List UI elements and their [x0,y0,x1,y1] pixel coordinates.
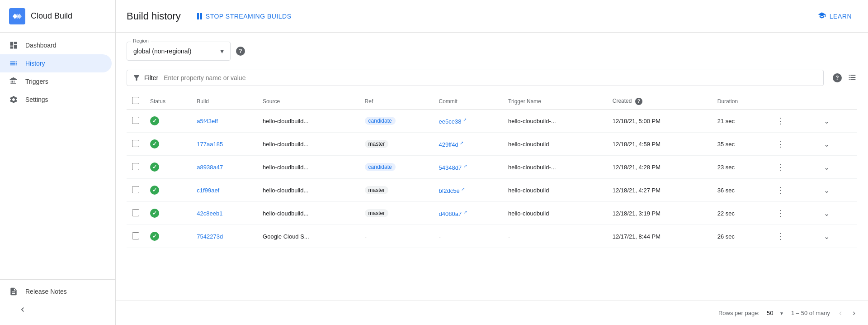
filter-section: Filter ? [127,70,857,86]
sidebar-item-history[interactable]: History [0,54,112,72]
ref-column-header: Ref [359,93,434,110]
expand-cell[interactable]: ⌄ [815,179,857,202]
trigger-name-cell: hello-cloudbuild-... [503,156,607,179]
more-actions-button[interactable]: ⋮ [773,160,788,174]
more-actions-cell[interactable]: ⋮ [768,202,814,225]
source-cell: hello-cloudbuild... [257,156,359,179]
more-actions-cell[interactable]: ⋮ [768,225,814,248]
expand-column-header [815,93,857,110]
expand-row-button[interactable]: ⌄ [820,138,833,150]
commit-link[interactable]: 54348d7 ↗ [439,164,467,171]
expand-row-button[interactable]: ⌄ [820,161,833,173]
duration-cell: 21 sec [712,110,768,133]
commit-cell: 54348d7 ↗ [434,156,503,179]
stop-streaming-button[interactable]: STOP STREAMING BUILDS [192,9,297,24]
created-help-icon[interactable]: ? [635,98,642,105]
filter-icon [132,74,141,82]
release-notes-item[interactable]: Release Notes [9,287,106,296]
build-id-link[interactable]: c1f99aef [197,187,219,194]
expand-row-button[interactable]: ⌄ [820,115,833,127]
commit-cell: d4080a7 ↗ [434,202,503,225]
source-link[interactable]: hello-cloudbuild... [263,164,308,171]
expand-cell[interactable]: ⌄ [815,202,857,225]
collapse-sidebar-button[interactable] [9,301,106,318]
row-checkbox-cell[interactable] [127,179,145,202]
row-checkbox-cell[interactable] [127,202,145,225]
release-notes-label: Release Notes [25,288,67,295]
source-link[interactable]: hello-cloudbuild... [263,187,308,194]
more-actions-button[interactable]: ⋮ [773,114,788,128]
row-checkbox[interactable] [132,186,139,193]
region-section: Region global (non-regional) ▼ ? [127,42,857,61]
source-link[interactable]: hello-cloudbuild... [263,210,308,217]
select-all-checkbox[interactable] [132,97,139,104]
build-id-link[interactable]: 177aa185 [197,141,223,148]
duration-value: 26 sec [717,233,735,240]
source-link[interactable]: Google Cloud S... [263,233,309,240]
more-actions-cell[interactable]: ⋮ [768,156,814,179]
row-checkbox-cell[interactable] [127,225,145,248]
row-checkbox[interactable] [132,117,139,124]
row-checkbox[interactable] [132,163,139,170]
region-select[interactable]: global (non-regional) [127,42,231,61]
more-actions-button[interactable]: ⋮ [773,183,788,197]
trigger-name: hello-cloudbuild-... [508,164,556,171]
more-actions-cell[interactable]: ⋮ [768,133,814,156]
select-all-header[interactable] [127,93,145,110]
toolbar-icons: ? [827,72,857,84]
source-cell: Google Cloud S... [257,225,359,248]
status-cell [145,202,191,225]
source-cell: hello-cloudbuild... [257,202,359,225]
row-checkbox[interactable] [132,140,139,147]
row-checkbox[interactable] [132,209,139,216]
more-actions-button[interactable]: ⋮ [773,137,788,151]
row-checkbox-cell[interactable] [127,110,145,133]
more-actions-cell[interactable]: ⋮ [768,110,814,133]
source-cell: hello-cloudbuild... [257,133,359,156]
sidebar-item-triggers[interactable]: Triggers [0,72,112,91]
commit-link[interactable]: d4080a7 ↗ [439,210,467,217]
duration-cell: 36 sec [712,179,768,202]
trigger-name-cell: hello-cloudbuild-... [503,110,607,133]
build-id-cell: 7542273d [191,225,257,248]
next-page-button[interactable]: › [851,306,857,320]
status-success-icon [150,139,159,148]
sidebar-item-settings[interactable]: Settings [0,91,112,109]
status-success-icon [150,186,159,195]
filter-input[interactable] [164,74,818,81]
row-checkbox-cell[interactable] [127,156,145,179]
filter-container: Filter [127,70,824,86]
source-link[interactable]: hello-cloudbuild... [263,141,308,148]
expand-row-button[interactable]: ⌄ [820,207,833,220]
expand-cell[interactable]: ⌄ [815,133,857,156]
build-id-link[interactable]: 42c8eeb1 [197,210,222,217]
commit-link[interactable]: bf2dc5e ↗ [439,187,465,194]
build-id-link[interactable]: a8938a47 [197,164,223,171]
table-help-icon[interactable]: ? [833,73,842,82]
sidebar-item-dashboard[interactable]: Dashboard [0,36,112,54]
column-visibility-icon[interactable] [847,72,857,84]
expand-cell[interactable]: ⌄ [815,156,857,179]
expand-row-button[interactable]: ⌄ [820,184,833,196]
more-actions-button[interactable]: ⋮ [773,206,788,220]
rows-per-page-select[interactable]: 50 25 100 [767,310,784,316]
commit-link[interactable]: 429ff4d ↗ [439,141,464,148]
duration-value: 21 sec [717,118,735,124]
learn-button[interactable]: LEARN [812,8,857,24]
duration-cell: 26 sec [712,225,768,248]
row-checkbox-cell[interactable] [127,133,145,156]
expand-row-button[interactable]: ⌄ [820,230,833,243]
source-link[interactable]: hello-cloudbuild... [263,118,308,124]
build-id-link[interactable]: a5f43eff [197,118,218,124]
build-id-link[interactable]: 7542273d [197,233,223,240]
row-checkbox[interactable] [132,232,139,239]
previous-page-button[interactable]: ‹ [837,306,844,320]
expand-cell[interactable]: ⌄ [815,225,857,248]
build-id-cell: 42c8eeb1 [191,202,257,225]
more-actions-cell[interactable]: ⋮ [768,179,814,202]
more-actions-button[interactable]: ⋮ [773,229,788,243]
status-success-icon [150,116,159,125]
expand-cell[interactable]: ⌄ [815,110,857,133]
commit-link[interactable]: ee5ce38 ↗ [439,118,467,125]
region-help-icon[interactable]: ? [236,47,245,56]
